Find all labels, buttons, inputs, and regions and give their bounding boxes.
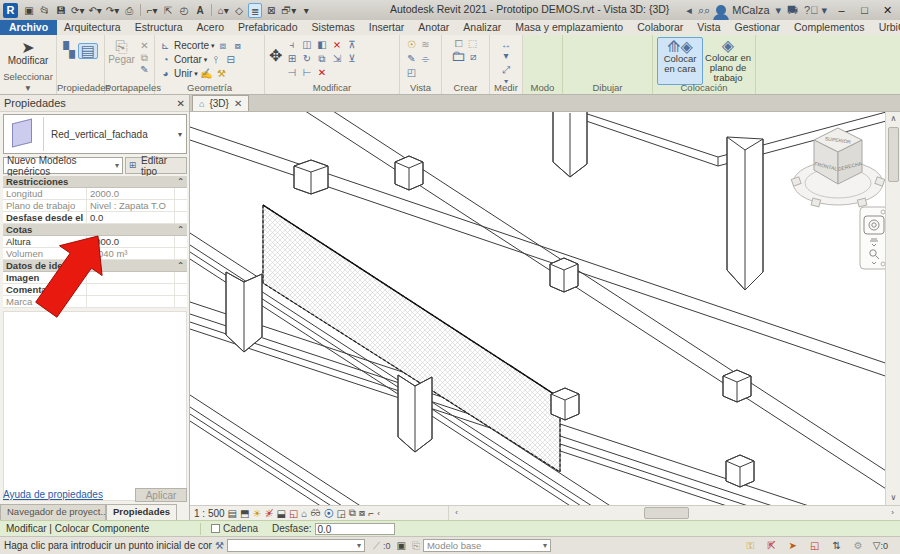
user-menu-chevron-icon[interactable]: ▾ [776,4,782,17]
redo-icon[interactable]: ↷▾ [105,3,120,18]
place-on-face-button[interactable]: ⟰◈ Colocar en cara [657,37,703,85]
create-parts-icon[interactable]: ⧄ [467,51,480,62]
delete-icon[interactable]: ✕ [315,67,328,81]
shadows-off-icon[interactable]: ☀̸ [264,508,273,519]
tab-masa-y-emplazamiento[interactable]: Masa y emplazamiento [508,20,630,35]
apply-button[interactable]: Aplicar [135,488,187,502]
design-options-icon[interactable]: ⟋ [373,540,380,552]
property-row[interactable]: Longitud2000.0 [3,188,187,200]
temporary-view-properties-icon[interactable]: ⧉ [349,507,356,519]
horizontal-scroll-thumb[interactable] [644,507,689,519]
reveal-hidden-elements-icon[interactable]: ⦿ [323,508,333,519]
wall-joins-icon[interactable]: ⧈ [217,40,230,51]
3d-lock-icon[interactable]: ⌂ [301,508,307,519]
maximize-button[interactable]: □ [856,4,873,16]
hide-icon[interactable]: ⌯ [419,53,432,67]
group-header-restricciones[interactable]: Restricciones⌃ [3,176,187,188]
array-icon[interactable]: ⧉ [315,53,328,67]
scale-icon[interactable]: ⇲ [330,53,343,67]
text-icon[interactable]: A [193,3,207,18]
vertical-scrollbar[interactable]: ∧ ∨ [885,112,900,505]
search-binoculars-icon[interactable]: ⌕⌕ [698,4,710,17]
detail-level-icon[interactable]: ▤ [228,508,237,519]
signed-in-user[interactable]: MCalza [732,4,769,16]
scroll-down-icon[interactable]: ∨ [886,491,900,505]
exclude-options-icon[interactable]: ⇱̸ [767,540,775,551]
temporary-hide-icon[interactable]: 👓︎ [310,508,320,519]
default-3d-view-icon[interactable]: ⌂▾ [216,3,230,18]
tab-properties[interactable]: Propiedades [106,504,177,520]
paint-icon[interactable]: ✍ [200,68,213,79]
editable-only-icon[interactable]: ⚿︎ [747,540,755,552]
help-icon[interactable]: ?⃝ ▾ [804,4,827,17]
scroll-up-icon[interactable]: ∧ [886,112,900,126]
sync-icon[interactable]: ⟳▾ [70,3,85,18]
press-drag-icon[interactable]: ➤︎ [789,540,797,551]
properties-palette-icon[interactable]: ▤ [78,43,98,59]
unir-button[interactable]: Unir [174,68,192,79]
unjoin-icon[interactable]: ⊟ [224,54,237,65]
tab-estructura[interactable]: Estructura [128,20,190,35]
reveal-constraints-icon[interactable]: ⌐ [368,508,374,519]
rotate-icon[interactable]: ↻ [300,53,313,67]
select-pinned-icon[interactable]: ⇅ [832,540,840,551]
displace-icon[interactable]: ◰ [405,67,418,81]
filter-icon[interactable]: ▽:0 [873,540,888,551]
tab-vista[interactable]: Vista [690,20,727,35]
drawing-area[interactable]: SUPERIOR FRONTAL DERECHA [190,112,885,505]
tab-insertar[interactable]: Insertar [362,20,412,35]
tab-project-browser[interactable]: Navegador de proyect... [0,504,106,520]
recorte-button[interactable]: Recorte [174,40,209,51]
pin-icon[interactable]: ⊼ [345,39,358,53]
customize-qat-icon[interactable]: ▾ [299,3,313,18]
property-row[interactable]: Plano de trabajoNivel : Zapata T.O [3,200,187,212]
select-links-icon[interactable]: ◱ [810,540,819,551]
property-row[interactable]: Comentarios [3,284,187,296]
active-workset-combo[interactable]: ▾ [227,539,365,552]
tab-arquitectura[interactable]: Arquitectura [57,20,128,35]
tab-acero[interactable]: Acero [190,20,231,35]
tab-colaborar[interactable]: Colaborar [630,20,690,35]
tab-analizar[interactable]: Analizar [456,20,508,35]
demolish-icon[interactable]: ⚒︎ [215,68,228,79]
vertical-scroll-thumb[interactable] [888,127,899,182]
view-tab-3d[interactable]: ⌂ {3D} ✕ [192,95,249,111]
close-view-icon[interactable]: ✕ [234,98,242,109]
create-similar-icon[interactable]: 🗀︎ [451,49,466,63]
displaced-elements-icon[interactable]: ⧇ [359,507,365,519]
reveal-hidden-icon[interactable]: ☉ [405,39,418,53]
beam-joins-icon[interactable]: ⧇ [232,40,245,51]
worksets-icon[interactable]: ⚒︎ [215,540,224,551]
move-icon[interactable]: ✥ [269,49,282,81]
horizontal-scrollbar[interactable]: ‹ › [448,506,900,521]
tab-urbicad[interactable]: UrbiCAD [872,20,900,35]
minimize-button[interactable]: – [833,4,850,16]
app-store-cart-icon[interactable]: ⛟︎ [787,4,798,16]
scroll-left-icon[interactable]: ‹ [449,506,464,520]
override-graphics-icon[interactable]: ✎ [405,53,418,67]
tag-icon[interactable]: ◴ [177,3,191,18]
tab-anotar[interactable]: Anotar [411,20,456,35]
copy-tool-icon[interactable]: ⊞ [285,53,298,67]
worksharing-display-icon[interactable]: ◲ [336,508,345,519]
align-icon[interactable]: ⫞ [285,39,298,53]
select-by-face-icon[interactable]: ⚙︎ [854,540,863,551]
close-button[interactable]: ✕ [879,4,896,17]
group-header-cotas[interactable]: Cotas⌃ [3,224,187,236]
user-avatar-icon[interactable] [716,5,726,15]
navigation-bar[interactable] [860,207,885,269]
main-model-icon[interactable]: ▣ [396,540,405,551]
tab-prefabricado[interactable]: Prefabricado [231,20,305,35]
collapse-search-icon[interactable]: ◂ [686,4,692,17]
close-properties-icon[interactable]: ✕ [177,98,185,109]
thin-lines-icon[interactable]: ≣ [248,3,262,18]
panel-label[interactable]: Seleccionar ▾ [0,71,56,93]
crop-region-icon[interactable]: ◱ [289,508,298,519]
desfase-input[interactable]: 0.0 [315,523,395,535]
match-properties-icon[interactable]: ✎ [138,64,151,75]
design-option-combo[interactable]: Modelo base▾ [423,539,551,552]
property-row[interactable]: Imagen [3,272,187,284]
undo-icon[interactable]: ↶▾ [87,3,102,18]
mirror-axis-icon[interactable]: ◧ [315,39,328,53]
aligned-dimension-icon[interactable]: ⇱ [161,3,175,18]
